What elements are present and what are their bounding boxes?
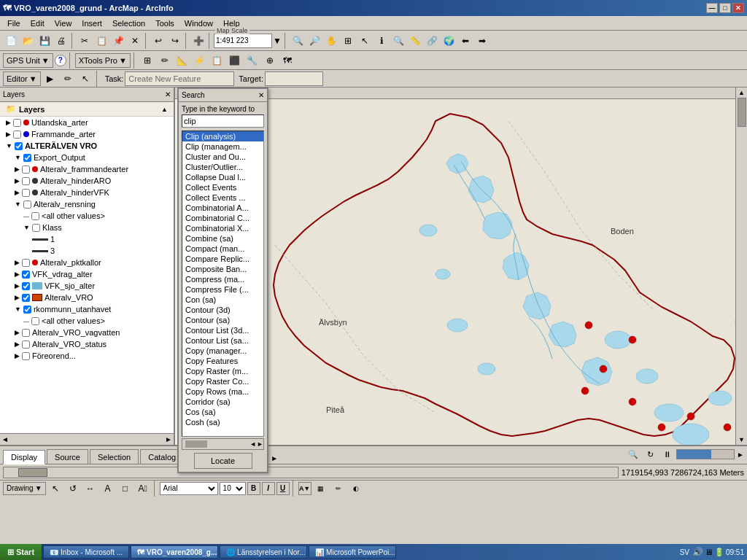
layer-frammande[interactable]: ▶ Frammande_arter xyxy=(0,128,174,140)
tool8[interactable]: ⊕ xyxy=(262,52,278,69)
identify-button[interactable]: ℹ xyxy=(374,33,390,49)
draw-scale-tool[interactable]: ↔ xyxy=(82,481,98,497)
scroll-thumb[interactable] xyxy=(738,98,746,127)
scale-input[interactable] xyxy=(214,34,272,48)
delete-button[interactable]: ✕ xyxy=(127,33,143,49)
result-collect-events2[interactable]: Collect Events ... xyxy=(182,192,263,203)
result-compress-file[interactable]: Compress File (... xyxy=(182,284,263,295)
right-scrollbar[interactable]: ▲ ▼ xyxy=(735,88,747,445)
save-button[interactable]: 💾 xyxy=(36,33,53,49)
layer-hindervfk[interactable]: ▶ Alteralv_hinderVFK xyxy=(0,187,174,198)
expand-frammande-icon[interactable]: ▶ xyxy=(6,131,11,138)
select-button[interactable]: ↖ xyxy=(357,33,373,49)
draw-rotate-tool[interactable]: ↺ xyxy=(65,481,81,497)
layer-export[interactable]: ▼ Export_Output xyxy=(0,152,174,163)
editor-dropdown[interactable]: Editor ▼ xyxy=(3,71,41,86)
print-button[interactable]: 🖨 xyxy=(53,33,69,49)
expand-frammandearter-icon[interactable]: ▶ xyxy=(15,166,20,173)
menu-edit[interactable]: Edit xyxy=(26,18,49,29)
checkbox-vdrag[interactable] xyxy=(22,271,30,279)
checkbox-status[interactable] xyxy=(22,341,30,349)
zoom-out-button[interactable]: 🔎 xyxy=(306,33,322,49)
expand-other-icon[interactable]: — xyxy=(23,213,29,219)
refresh-btn[interactable]: ↻ xyxy=(643,447,657,462)
paste-button[interactable]: 📌 xyxy=(110,33,126,49)
panel-close-button[interactable]: ✕ xyxy=(165,90,171,98)
result-collect-events[interactable]: Collect Events xyxy=(182,182,263,192)
layer-klass1[interactable]: 1 xyxy=(0,233,174,245)
italic-button[interactable]: I xyxy=(262,482,275,495)
checkbox-export[interactable] xyxy=(23,154,31,162)
layer-foreorend[interactable]: ▶ Föreorend... xyxy=(0,350,174,362)
result-copy-features[interactable]: Copy Features xyxy=(182,356,263,366)
expand-right-btn[interactable]: ► xyxy=(737,451,744,459)
measure-button[interactable]: 📏 xyxy=(407,33,423,49)
pan-button[interactable]: ✋ xyxy=(323,33,339,49)
expand-foreorend-icon[interactable]: ▶ xyxy=(15,352,20,359)
result-combine[interactable]: Combine (sa) xyxy=(182,233,263,244)
scale-dropdown[interactable]: ▼ xyxy=(272,33,282,49)
menu-insert[interactable]: Insert xyxy=(77,18,107,29)
globe-button[interactable]: 🌍 xyxy=(441,33,457,49)
bold-button[interactable]: B xyxy=(247,482,260,495)
tool9[interactable]: 🗺 xyxy=(279,52,295,69)
menu-tools[interactable]: Tools xyxy=(151,18,179,29)
checkbox-hindervfk[interactable] xyxy=(22,189,30,197)
scroll-arrow-right[interactable]: ► xyxy=(257,440,263,448)
tool4[interactable]: ⚡ xyxy=(192,52,208,69)
result-clip-analysis[interactable]: Clip (analysis) xyxy=(182,131,263,141)
layer-frammandearter[interactable]: ▶ Alteralv_frammandearter xyxy=(0,163,174,175)
titlebar-controls[interactable]: — □ ✕ xyxy=(706,3,744,13)
point2[interactable] xyxy=(629,336,636,343)
result-cosh[interactable]: Cosh (sa) xyxy=(182,417,263,427)
checkbox-alteralven[interactable] xyxy=(15,142,23,150)
scrollbar-thumb[interactable] xyxy=(185,440,207,448)
result-combinatorial-a[interactable]: Combinatorial A... xyxy=(182,203,263,213)
result-combinatorial-x[interactable]: Combinatorial X... xyxy=(182,223,263,233)
drawing-dropdown[interactable]: Drawing ▼ xyxy=(3,482,46,495)
checkbox-frammandearter[interactable] xyxy=(22,166,30,174)
tab-source[interactable]: Source xyxy=(47,449,88,464)
font-size-select[interactable]: 10 xyxy=(220,482,246,495)
result-compare-replic[interactable]: Compare Replic... xyxy=(182,254,263,264)
result-contour-list-3d[interactable]: Contour List (3d... xyxy=(182,325,263,335)
expand-utlandska-icon[interactable]: ▶ xyxy=(6,119,11,126)
layer-klass[interactable]: ▼ Klass xyxy=(0,222,174,233)
result-cluster-outlier[interactable]: Cluster/Outlier... xyxy=(182,162,263,172)
layer-sjo[interactable]: ▶ VFK_sjo_alter xyxy=(0,280,174,292)
redo-button[interactable]: ↪ xyxy=(167,33,183,49)
tool5[interactable]: 📋 xyxy=(209,52,225,69)
back-button[interactable]: ⬅ xyxy=(457,33,473,49)
tab-selection[interactable]: Selection xyxy=(90,449,139,464)
close-button[interactable]: ✕ xyxy=(732,3,744,13)
point5[interactable] xyxy=(629,398,636,405)
layer-vro[interactable]: ▶ Alteralv_VRO xyxy=(0,292,174,303)
checkbox-klass[interactable] xyxy=(32,224,40,232)
forward-button[interactable]: ➡ xyxy=(474,33,490,49)
zoom-in-button[interactable]: 🔍 xyxy=(290,33,306,49)
edit-play-button[interactable]: ▶ xyxy=(42,71,58,87)
target-input[interactable] xyxy=(265,71,323,86)
checkbox-other[interactable] xyxy=(31,212,39,220)
expand-hindervfk-icon[interactable]: ▶ xyxy=(15,189,20,196)
point7[interactable] xyxy=(658,424,665,431)
expand-rkommun-other-icon[interactable]: — xyxy=(23,318,29,324)
search-horizontal-scrollbar[interactable]: ◄ ► xyxy=(182,438,264,450)
volume-icon[interactable]: 🔊 xyxy=(692,547,703,557)
copy-button[interactable]: 📋 xyxy=(93,33,109,49)
point6[interactable] xyxy=(687,413,694,420)
undo-button[interactable]: ↩ xyxy=(150,33,166,49)
expand-alteralven-icon[interactable]: ▼ xyxy=(6,142,12,149)
checkbox-vro[interactable] xyxy=(22,294,30,302)
tab-display[interactable]: Display xyxy=(3,450,45,464)
checkbox-vagvatten[interactable] xyxy=(22,329,30,337)
new-button[interactable]: 📄 xyxy=(3,33,19,49)
menu-file[interactable]: File xyxy=(3,18,25,29)
draw-text-tool[interactable]: A xyxy=(100,481,116,497)
menu-selection[interactable]: Selection xyxy=(108,18,150,29)
tool6[interactable]: ⬛ xyxy=(227,52,243,69)
result-collapse-dual[interactable]: Collapse Dual l... xyxy=(182,172,263,182)
scroll-right-button[interactable]: ► xyxy=(165,435,172,443)
scroll-up-button[interactable]: ▲ xyxy=(738,89,745,96)
result-con-sa[interactable]: Con (sa) xyxy=(182,295,263,305)
